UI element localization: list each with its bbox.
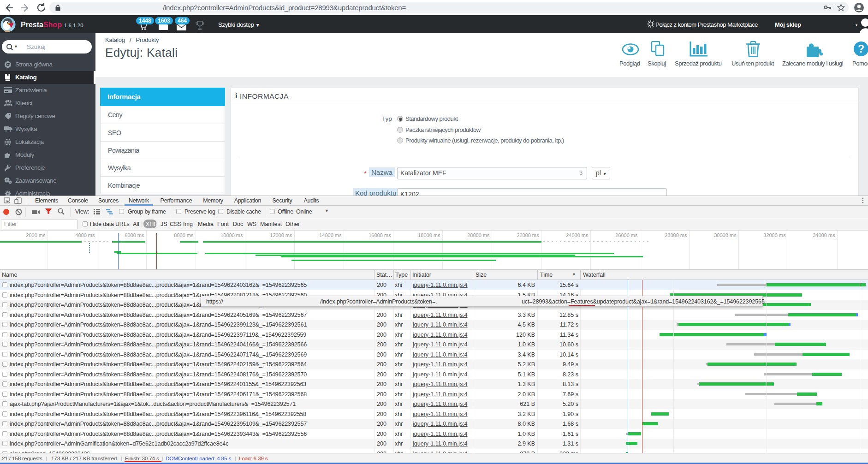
svg-text:?: ? xyxy=(858,43,864,55)
